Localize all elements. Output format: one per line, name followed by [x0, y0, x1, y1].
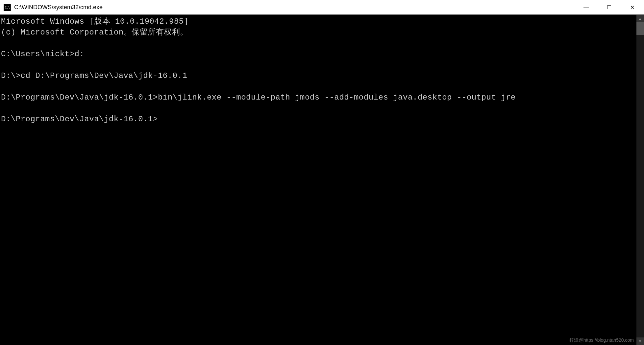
terminal-line: C:\Users\nickt>d:	[1, 49, 636, 59]
scroll-up-button[interactable]: ▲	[636, 15, 644, 22]
terminal-line	[1, 38, 636, 49]
scrollbar-track[interactable]	[636, 22, 644, 337]
titlebar[interactable]: C:\ C:\WINDOWS\system32\cmd.exe — ☐ ✕	[0, 0, 644, 15]
close-button[interactable]: ✕	[621, 0, 644, 14]
terminal-line: D:\>cd D:\Programs\Dev\Java\jdk-16.0.1	[1, 70, 636, 81]
terminal-line: D:\Programs\Dev\Java\jdk-16.0.1>	[1, 114, 636, 125]
cmd-window: C:\ C:\WINDOWS\system32\cmd.exe — ☐ ✕ Mi…	[0, 0, 644, 345]
window-title: C:\WINDOWS\system32\cmd.exe	[14, 4, 103, 11]
vertical-scrollbar[interactable]: ▲ ▼	[636, 15, 644, 345]
terminal-line: Microsoft Windows [版本 10.0.19042.985]	[1, 16, 636, 27]
watermark-text: 梓漳@https://blog.ntan520.com	[569, 337, 634, 343]
terminal-line	[1, 103, 636, 114]
window-controls: — ☐ ✕	[575, 0, 644, 14]
terminal-line	[1, 81, 636, 92]
titlebar-left: C:\ C:\WINDOWS\system32\cmd.exe	[0, 4, 103, 11]
terminal-output[interactable]: Microsoft Windows [版本 10.0.19042.985](c)…	[0, 15, 636, 345]
scroll-down-button[interactable]: ▼	[636, 337, 644, 345]
terminal-line: (c) Microsoft Corporation。保留所有权利。	[1, 27, 636, 38]
cmd-icon: C:\	[4, 4, 11, 11]
terminal-line	[1, 59, 636, 70]
client-area: Microsoft Windows [版本 10.0.19042.985](c)…	[0, 15, 644, 345]
minimize-button[interactable]: —	[575, 0, 598, 14]
scrollbar-thumb[interactable]	[636, 22, 644, 35]
terminal-line: D:\Programs\Dev\Java\jdk-16.0.1>bin\jlin…	[1, 92, 636, 103]
maximize-button[interactable]: ☐	[598, 0, 621, 14]
